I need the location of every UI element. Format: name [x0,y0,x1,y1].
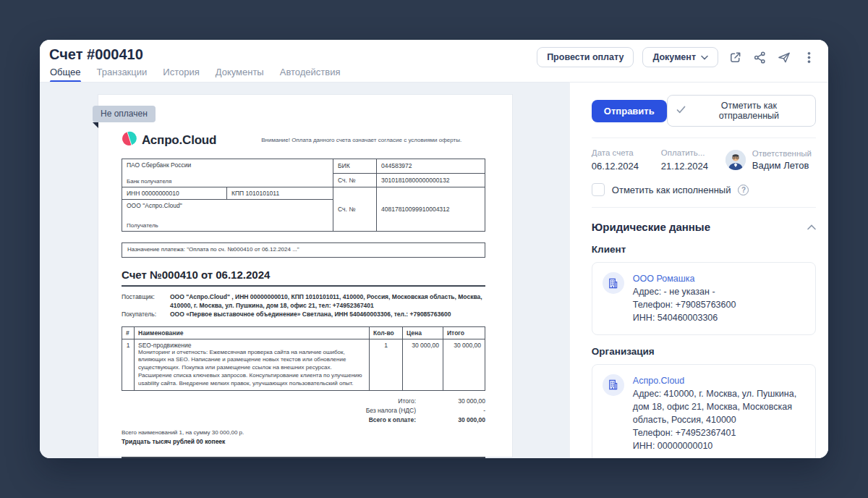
sidebar-divider-2 [592,207,816,208]
tab-general[interactable]: Общее [50,67,81,82]
invoice-title: Счет №000410 от 06.12.2024 [122,269,485,281]
document-dropdown-button[interactable]: Документ [642,47,718,67]
bank-name-label: Банк получателя [127,178,328,185]
pay-button-label: Провести оплату [547,52,624,62]
organization-inn: ИНН: 00000000010 [633,439,805,452]
client-info: ООО Ромашка Адрес: - не указан - Телефон… [633,272,736,325]
bik-value: 044583972 [377,159,485,174]
header-actions: Провести оплату Документ [537,47,817,67]
legal-section-header: Юридические данные [592,220,816,233]
items-header-num: # [122,326,135,339]
status-badge: Не оплачен [93,106,156,122]
bank-name: ПАО Сбербанк России [127,161,328,169]
invoice-window: Счет #000410 Общее Транзакции История До… [40,40,828,458]
organization-info: Аспро.Cloud Адрес: 410000, г. Москва, ул… [633,374,805,453]
legal-section-title: Юридические данные [592,221,710,233]
mark-done-checkbox[interactable] [592,183,605,196]
due-date-field[interactable]: Оплатить... 21.12.2024 [661,148,726,172]
due-date-label: Оплатить... [661,148,726,157]
items-table: # Наименование Кол-во Цена Итого 1 SEO-п… [122,326,485,391]
account-value: 40817810099910004312 [377,187,485,232]
client-name-link[interactable]: ООО Ромашка [633,272,736,285]
responsible-avatar [726,150,746,170]
document-button-label: Документ [652,52,696,62]
brand-logo-icon [122,131,137,149]
grand-total-row: Всего к оплате: 30 000,00 [122,415,485,425]
status-badge-fold [93,122,98,128]
mark-done-label: Отметить как исполненный [612,185,731,195]
item-num: 1 [122,339,135,390]
items-header-name: Наименование [135,326,370,339]
brand-logo-text: Аспро.Cloud [142,133,216,148]
tab-bar: Общее Транзакции История Документы Автод… [50,67,341,82]
tab-history[interactable]: История [163,67,199,82]
building-icon [603,272,624,294]
item-total: 30 000,00 [443,339,485,390]
items-header-row: # Наименование Кол-во Цена Итого [122,326,485,339]
organization-name-link[interactable]: Аспро.Cloud [633,374,805,387]
invoice-fields-row: Дата счета 06.12.2024 Оплатить... 21.12.… [592,148,816,172]
amount-in-words: Тридцать тысяч рублей 00 копеек [122,438,485,445]
bank-name-cell: ПАО Сбербанк России Банк получателя [122,159,333,187]
corr-account-label: Сч. № [333,173,377,187]
responsible-texts: Ответственный Вадим Летов [752,149,812,171]
tab-documents[interactable]: Документы [216,67,264,82]
title-divider [122,285,485,287]
item-row: 1 SEO-продвижение Мониторинг и отчетност… [122,339,485,390]
help-icon[interactable]: ? [738,185,749,195]
client-card: ООО Ромашка Адрес: - не указан - Телефон… [592,262,816,335]
client-subtitle: Клиент [592,244,816,255]
send-icon[interactable] [776,49,792,65]
invoice-date-value: 06.12.2024 [592,161,661,172]
document-preview-area: Не оплачен Аспро.Cloud [40,82,569,458]
items-header-price: Цена [403,326,443,339]
due-date-value: 21.12.2024 [661,161,726,172]
tab-autoactions[interactable]: Автодействия [280,67,341,82]
tab-transactions[interactable]: Транзакции [97,67,148,82]
collapse-chevron-up-icon[interactable] [807,220,816,233]
item-price: 30 000,00 [403,339,443,390]
open-external-icon[interactable] [727,49,743,65]
corr-account-value: 30101810800000000132 [377,173,485,187]
responsible-field[interactable]: Ответственный Вадим Летов [726,148,812,172]
chevron-down-icon [701,52,708,62]
recipient-name: ООО "Аспро.Cloud" [127,202,328,209]
subtotal-row: Итого: 30 000,00 [122,397,485,406]
account-label: Сч. № [333,187,377,232]
buyer-row: Покупатель: ООО «Первое выставочное объе… [122,311,485,319]
supplier-row: Поставщик: ООО "Аспро.Cloud" , ИНН 00000… [122,293,485,311]
parties-block: Поставщик: ООО "Аспро.Cloud" , ИНН 00000… [122,293,485,319]
send-button[interactable]: Отправить [592,100,667,122]
client-phone: Телефон: +79085763600 [633,298,736,311]
item-name-cell: SEO-продвижение Мониторинг и отчетность:… [135,339,370,390]
client-address: Адрес: - не указан - [633,285,736,298]
more-menu-icon[interactable] [801,49,817,65]
client-inn: ИНН: 540460003306 [633,311,736,324]
bik-label: БИК [333,159,377,174]
brand-logo: Аспро.Cloud [122,131,216,149]
invoice-date-field[interactable]: Дата счета 06.12.2024 [592,148,661,172]
inn-cell: ИНН 00000000010 [122,187,227,200]
mark-sent-button[interactable]: Отметить как отправленный [667,95,816,127]
items-header-total: Итого [443,326,485,339]
invoice-date-label: Дата счета [592,148,661,157]
vat-label: Без налога (НДС) [366,406,416,415]
window-header: Счет #000410 Общее Транзакции История До… [40,40,828,82]
page-title: Счет #000410 [49,46,143,63]
item-name: SEO-продвижение [138,342,365,349]
content-area: Не оплачен Аспро.Cloud [40,82,828,458]
check-icon [676,106,686,116]
kpp-cell: КПП 1010101011 [227,187,333,200]
subtotal-label: Итого: [398,397,416,406]
pay-button[interactable]: Провести оплату [537,47,634,67]
grand-total-value: 30 000,00 [416,415,485,425]
sidebar-divider-1 [592,138,816,138]
item-qty: 1 [370,339,403,390]
mark-sent-label: Отметить как отправленный [692,101,807,121]
building-icon [603,374,624,396]
grand-total-label: Всего к оплате: [369,415,416,425]
recipient-cell: ООО "Аспро.Cloud" Получатель [122,200,333,232]
buyer-label: Покупатель: [122,311,170,319]
invoice-logo-row: Аспро.Cloud Внимание! Оплата данного сче… [122,131,485,149]
share-icon[interactable] [752,49,767,65]
